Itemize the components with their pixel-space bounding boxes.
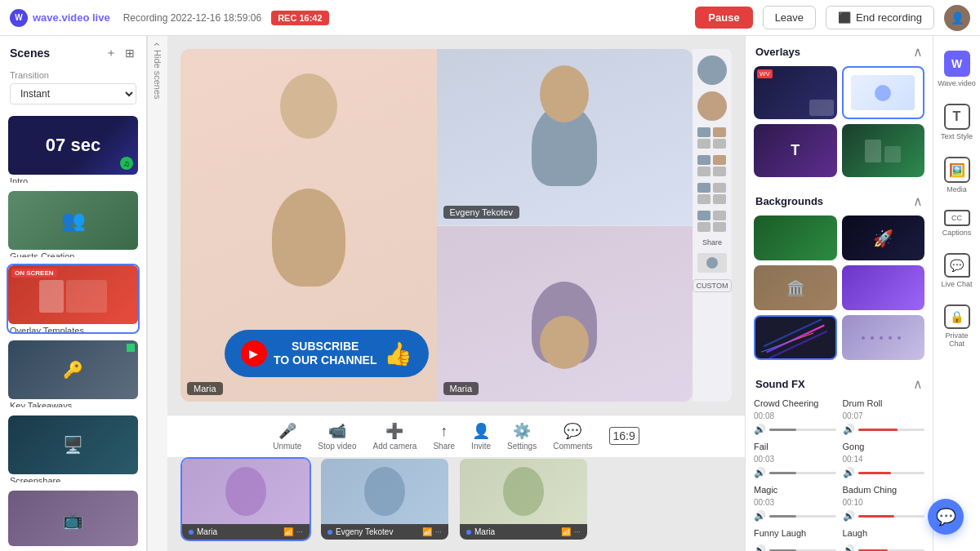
overlay-wavevideo[interactable]: WV [754,66,837,119]
stop-video-tool[interactable]: 📹 Stop video [318,422,356,451]
drum-roll-play-icon[interactable]: 🔊 [843,424,855,435]
guest-cell [713,127,726,137]
gong-play-icon[interactable]: 🔊 [843,467,855,478]
far-right-captions[interactable]: CC Captions [935,203,979,243]
layout-button[interactable]: ⊞ [123,44,136,62]
overlays-grid: WV T [746,66,933,185]
funny-laugh-play-icon[interactable]: 🔊 [754,544,766,551]
scene-extra[interactable]: 📺 [7,489,140,548]
media-preview [865,140,901,162]
guest-cell [697,194,710,204]
drum-roll-slider[interactable] [858,429,925,431]
guest-avatar-1[interactable] [697,56,727,85]
bg-fresco[interactable]: 🏛️ [754,265,837,310]
scene-intro-thumb: 07 sec ♫ [8,116,138,175]
scene-overlay-templates[interactable]: ON SCREEN Overlay Templates [7,264,140,334]
strip-bar-maria2: Maria 📶 ··· [460,524,587,540]
funny-laugh-control: 🔊 [754,544,836,551]
bg-dots[interactable] [842,315,925,360]
fail-play-icon[interactable]: 🔊 [754,467,766,478]
unmute-tool[interactable]: 🎤 Unmute [273,422,301,451]
laugh-play-icon[interactable]: 🔊 [843,544,855,551]
more-icon: ··· [296,527,303,536]
overlay-selected[interactable] [842,66,925,119]
share-tool[interactable]: ↑ Share [433,423,455,451]
hide-scenes-panel[interactable]: ‹ Hide scenes [147,36,167,551]
custom-button[interactable]: CUSTOM [693,279,733,292]
fail-name: Fail [754,442,836,451]
scene-overlay-thumb: ON SCREEN [8,265,138,324]
drum-roll-control: 🔊 [843,424,925,435]
scene-intro[interactable]: 07 sec ♫ Intro [7,114,140,184]
crowd-cheering-slider[interactable] [769,429,836,431]
overlay-media[interactable] [842,124,925,177]
overlay-textstyle[interactable]: T [754,124,837,177]
bg-green[interactable] [754,216,837,260]
music-icon: ♫ [120,157,133,170]
leave-button[interactable]: Leave [763,6,816,29]
share-icon: ↑ [440,423,448,440]
scene-screenshare[interactable]: 🖥️ Screenshare [7,414,140,484]
far-right-textstyle[interactable]: T Text Style [935,97,979,147]
ratio-tool[interactable]: 16:9 [609,427,639,447]
gong-slider[interactable] [858,472,925,474]
add-scene-button[interactable]: ＋ [104,44,118,62]
guest-avatar-2[interactable] [697,91,727,121]
badum-ching-play-icon[interactable]: 🔊 [843,510,855,522]
guest-cell [697,167,710,176]
magic-play-icon[interactable]: 🔊 [754,510,766,522]
dot [889,336,892,340]
end-recording-button[interactable]: ⬛ End recording [826,6,934,29]
pause-button[interactable]: Pause [695,7,752,29]
strip-item-evgeny[interactable]: Evgeny Tekotev 📶 ··· [319,457,450,541]
maria-bottom-video [437,226,693,402]
guest-grid-4 [697,211,727,232]
sound-fx-collapse-button[interactable]: ∧ [913,376,923,392]
video-cell-evgeny: Evgeny Tekotev [437,49,693,225]
invite-tool[interactable]: 👤 Invite [471,422,491,451]
evgeny-video [437,49,693,225]
text-style-far-icon: T [944,104,970,130]
guests-column: Share CUSTOM [693,49,732,402]
add-camera-tool[interactable]: ➕ Add camera [373,422,417,451]
crowd-cheering-play-icon[interactable]: 🔊 [754,424,766,435]
far-right-private-chat[interactable]: 🔒 Private Chat [935,298,979,354]
scene-key-label: Key Takeaways [8,399,138,409]
scenes-list: 07 sec ♫ Intro 👥 Guests Creation ON SCRE… [0,111,146,551]
logo-icon: W [10,9,28,27]
strip-dot-evgeny [327,530,332,535]
guest-cell [713,222,726,232]
magic-slider[interactable] [769,515,836,518]
overlays-title: Overlays [755,46,800,58]
guest-cell [697,211,710,220]
settings-tool[interactable]: ⚙️ Settings [507,422,537,451]
video-strip: Maria 📶 ··· Evgeny Tekotev [167,457,745,551]
sound-fx-header: Sound FX ∧ [746,368,933,398]
overlays-collapse-button[interactable]: ∧ [913,44,923,60]
comments-tool[interactable]: 💬 Comments [553,422,592,451]
far-right-live-chat[interactable]: 💬 Live Chat [935,247,979,295]
strip-item-maria[interactable]: Maria 📶 ··· [180,457,311,541]
sound-fx-title: Sound FX [755,378,805,390]
bg-dark-lines[interactable] [754,315,837,360]
far-right-media[interactable]: 🖼️ Media [935,150,979,200]
lines-effect-2 [761,332,813,352]
scene-guests-creation[interactable]: 👥 Guests Creation [7,189,140,260]
wv-badge: WV [757,69,773,78]
rec-badge: REC 16:42 [271,11,328,25]
badum-ching-slider[interactable] [858,515,925,518]
transition-select[interactable]: Instant Fade [10,83,136,104]
header: W wave.video live Recording 2022-12-16 1… [0,0,980,36]
avatar[interactable]: 👤 [944,5,970,31]
float-chat-button[interactable]: 💬 [928,499,964,535]
far-right-wavevideo[interactable]: W Wave.video [935,44,979,94]
maria-top-name-label: Maria [187,382,223,395]
captions-far-label: Captions [942,229,972,237]
strip-item-maria2[interactable]: Maria 📶 ··· [458,457,589,541]
bg-purple[interactable] [842,265,925,310]
dot [898,336,901,340]
fail-slider[interactable] [769,472,836,474]
backgrounds-collapse-button[interactable]: ∧ [913,193,923,209]
bg-space[interactable]: 🚀 [842,216,925,260]
scene-key-takeaways[interactable]: 🔑 Key Takeaways [7,339,140,409]
